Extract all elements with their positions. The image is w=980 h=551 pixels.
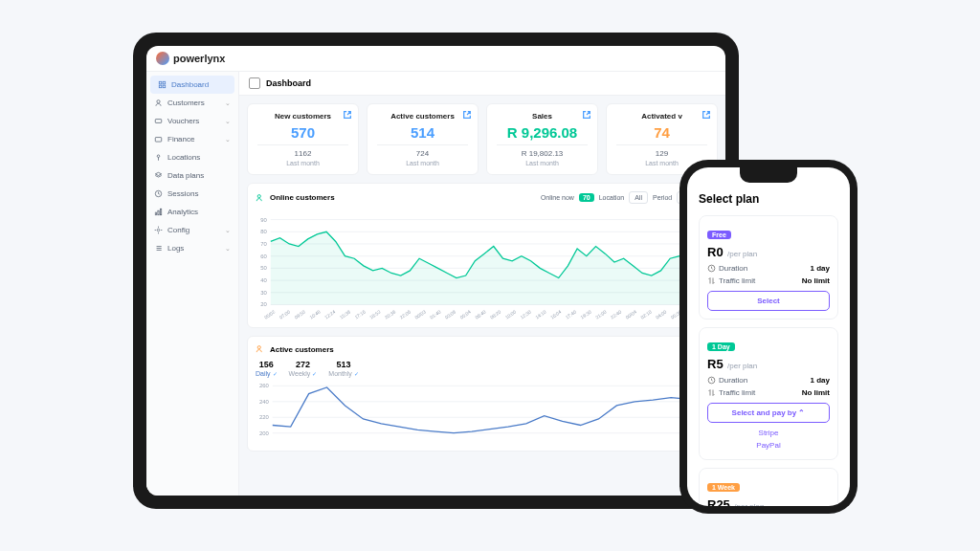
online-customers-panel: Online customers Online now 70 Location … [247,183,718,328]
location-select[interactable]: All [629,191,648,204]
plan-badge: Free [707,231,731,239]
sidebar-item-locations[interactable]: Locations [146,148,238,166]
plan-per: /per plan [734,502,764,506]
transfer-icon [707,276,716,285]
phone-screen: Select plan FreeR0 /per planDuration1 da… [687,167,850,506]
traffic-label: Traffic limit [707,276,755,285]
ticket-icon [154,117,163,125]
plan-price: R5 [707,357,724,371]
svg-text:22:06: 22:06 [399,309,412,320]
card-sub-label: Last month [377,160,468,166]
sidebar-item-config[interactable]: Config⌄ [146,221,238,239]
svg-text:40: 40 [260,277,267,283]
plan-duration-row: Duration1 day [707,264,830,273]
panel-title: Online customers [270,193,335,202]
svg-text:220: 220 [259,414,270,420]
svg-text:17:16: 17:16 [354,309,367,320]
traffic-value: No limit [802,388,830,397]
svg-text:20: 20 [260,301,267,307]
stat-cards: New customers5701162Last monthActive cus… [247,103,718,175]
pay-option[interactable]: Stripe [707,427,830,439]
plan-card: FreeR0 /per planDuration1 dayTraffic lim… [699,215,838,320]
plan-card: 1 WeekR25 /per planDuration1 week [699,468,838,506]
svg-rect-3 [163,85,166,88]
svg-text:07:00: 07:00 [278,309,291,320]
clock-icon [707,264,716,273]
brand-logo[interactable]: powerlynx [156,52,225,65]
sidebar-item-finance[interactable]: Finance⌄ [146,130,238,148]
svg-rect-6 [155,138,161,143]
page-title: Dashboard [266,78,311,88]
tab-weekly[interactable]: 272Weekly ✓ [289,360,318,377]
plan-price-row: R5 /per plan [707,355,830,372]
svg-text:10:00: 10:00 [504,309,517,320]
plan-badge: 1 Day [707,342,735,351]
svg-text:90: 90 [260,217,267,223]
nav-label: Analytics [167,208,198,216]
nav-label: Sessions [167,189,198,198]
svg-text:19:30: 19:30 [580,309,592,320]
nav-label: Data plans [167,171,204,180]
sidebar-item-sessions[interactable]: Sessions [146,185,238,203]
sidebar-item-logs[interactable]: Logs⌄ [146,239,238,257]
svg-text:60: 60 [260,253,267,259]
users-icon [256,344,265,354]
card-value: 570 [257,124,348,141]
sidebar-item-customers[interactable]: Customers⌄ [146,94,238,112]
svg-rect-9 [155,212,156,215]
duration-label: Duration [707,264,747,273]
pin-icon [154,153,163,162]
plan-price-row: R25 /per plan [707,496,830,506]
external-link-icon[interactable] [702,110,711,120]
svg-text:21:00: 21:00 [595,309,608,320]
plan-card: 1 DayR5 /per planDuration1 dayTraffic li… [699,327,838,460]
svg-text:06:40: 06:40 [475,309,487,320]
svg-text:30: 30 [260,290,267,296]
users-icon [256,193,265,203]
svg-text:03:08: 03:08 [444,309,457,320]
period-tabs: 156Daily ✓272Weekly ✓513Monthly ✓ [256,360,709,377]
tab-daily[interactable]: 156Daily ✓ [256,360,278,377]
card-title: Sales [497,112,588,121]
external-link-icon[interactable] [462,110,472,120]
select-plan-button[interactable]: Select [707,291,830,311]
svg-point-60 [257,346,260,349]
duration-label: Duration [707,376,747,385]
svg-text:12:24: 12:24 [323,309,336,320]
svg-text:18:52: 18:52 [369,309,382,320]
chevron-down-icon: ⌄ [225,118,231,125]
nav-label: Finance [167,135,194,143]
online-now-label: Online now [541,194,574,201]
svg-text:12:30: 12:30 [520,309,532,320]
sidebar-item-data-plans[interactable]: Data plans [146,166,238,185]
sidebar-item-vouchers[interactable]: Vouchers⌄ [146,112,238,130]
stat-card: New customers5701162Last month [247,103,359,175]
layers-icon [154,171,163,180]
nav-label: Logs [167,244,184,253]
tablet-screen: powerlynx DashboardCustomers⌄Vouchers⌄Fi… [146,46,725,496]
location-label: Location [599,194,624,201]
sidebar-item-analytics[interactable]: Analytics [146,203,238,221]
tab-monthly[interactable]: 513Monthly ✓ [328,360,358,377]
svg-text:260: 260 [259,383,270,388]
plan-price: R0 [707,245,724,259]
tablet-frame: powerlynx DashboardCustomers⌄Vouchers⌄Fi… [133,33,739,509]
page-header: Dashboard [239,72,725,96]
svg-rect-5 [155,120,161,123]
phone-notch [740,167,797,183]
check-icon: ✓ [312,371,317,377]
pay-option[interactable]: PayPal [707,439,830,452]
online-now-badge: 70 [579,193,594,202]
svg-text:01:40: 01:40 [430,309,442,320]
check-icon: ✓ [354,371,359,377]
select-plan-button[interactable]: Select and pay by ⌃ [707,403,830,423]
list-icon [154,244,163,253]
phone-frame: Select plan FreeR0 /per planDuration1 da… [679,160,858,514]
svg-text:00/03: 00/03 [414,309,427,320]
pay-options: StripePayPal [707,427,830,452]
external-link-icon[interactable] [343,110,352,120]
traffic-value: No limit [802,276,830,285]
external-link-icon[interactable] [582,110,591,120]
sidebar-item-dashboard[interactable]: Dashboard [150,76,234,94]
card-title: Active customers [377,112,468,121]
